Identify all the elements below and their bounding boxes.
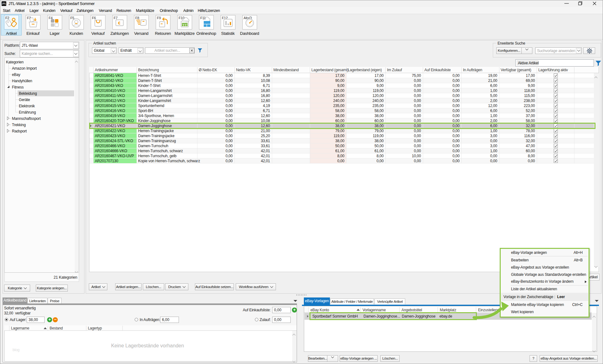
svg-text:€: € — [118, 21, 121, 25]
